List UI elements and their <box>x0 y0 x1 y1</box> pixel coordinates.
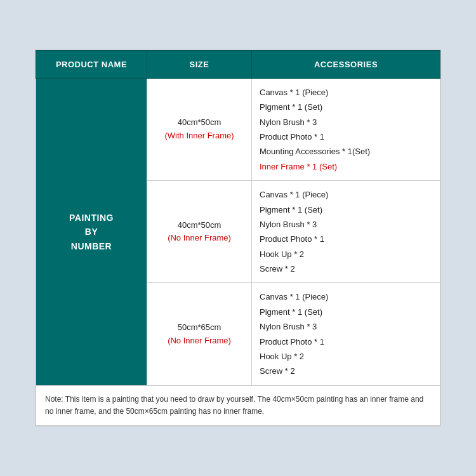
acc-item-red: Inner Frame * 1 (Set) <box>260 159 432 174</box>
acc-item: Product Photo * 1 <box>260 232 432 246</box>
acc-item: Canvas * 1 (Piece) <box>260 289 432 304</box>
acc-item: Canvas * 1 (Piece) <box>260 187 432 202</box>
product-name-text: PAINTING BY NUMBER <box>69 213 114 251</box>
product-table: PRODUCT NAME SIZE ACCESSORIES PAINTING B… <box>36 50 440 426</box>
acc-item: Screw * 2 <box>260 261 432 276</box>
acc-item: Pigment * 1 (Set) <box>260 100 432 114</box>
size-cell-3: 50cm*65cm (No Inner Frame) <box>147 283 252 385</box>
acc-item: Product Photo * 1 <box>260 129 432 144</box>
col-header-product-name: PRODUCT NAME <box>36 50 147 78</box>
table-row: PAINTING BY NUMBER 40cm*50cm (With Inner… <box>36 78 440 180</box>
acc-item: Canvas * 1 (Piece) <box>260 85 432 100</box>
size-label-3: 50cm*65cm <box>155 321 244 334</box>
size-label-2: 40cm*50cm <box>155 219 244 232</box>
size-note-3: (No Inner Frame) <box>155 334 244 348</box>
acc-item: Hook Up * 2 <box>260 349 432 364</box>
acc-item: Nylon Brush * 3 <box>260 217 432 232</box>
accessories-cell-2: Canvas * 1 (Piece) Pigment * 1 (Set) Nyl… <box>252 181 440 283</box>
size-cell-1: 40cm*50cm (With Inner Frame) <box>147 78 252 180</box>
size-note-2: (No Inner Frame) <box>155 232 244 245</box>
acc-item: Nylon Brush * 3 <box>260 319 432 334</box>
note-row: Note: This item is a painting that you n… <box>36 385 440 425</box>
size-cell-2: 40cm*50cm (No Inner Frame) <box>147 181 252 283</box>
accessories-cell-1: Canvas * 1 (Piece) Pigment * 1 (Set) Nyl… <box>252 78 440 180</box>
col-header-accessories: ACCESSORIES <box>252 50 440 78</box>
col-header-size: SIZE <box>147 50 252 78</box>
product-name-cell: PAINTING BY NUMBER <box>36 78 147 385</box>
acc-item: Mounting Accessories * 1(Set) <box>260 144 432 159</box>
size-note-1: (With Inner Frame) <box>155 129 244 143</box>
size-label-1: 40cm*50cm <box>155 116 244 129</box>
note-cell: Note: This item is a painting that you n… <box>36 385 440 425</box>
acc-item: Hook Up * 2 <box>260 247 432 261</box>
acc-item: Nylon Brush * 3 <box>260 115 432 129</box>
acc-item: Pigment * 1 (Set) <box>260 202 432 217</box>
acc-item: Screw * 2 <box>260 364 432 378</box>
acc-item: Product Photo * 1 <box>260 334 432 349</box>
acc-item: Pigment * 1 (Set) <box>260 305 432 319</box>
table-wrapper: PRODUCT NAME SIZE ACCESSORIES PAINTING B… <box>35 50 441 426</box>
accessories-cell-3: Canvas * 1 (Piece) Pigment * 1 (Set) Nyl… <box>252 283 440 385</box>
